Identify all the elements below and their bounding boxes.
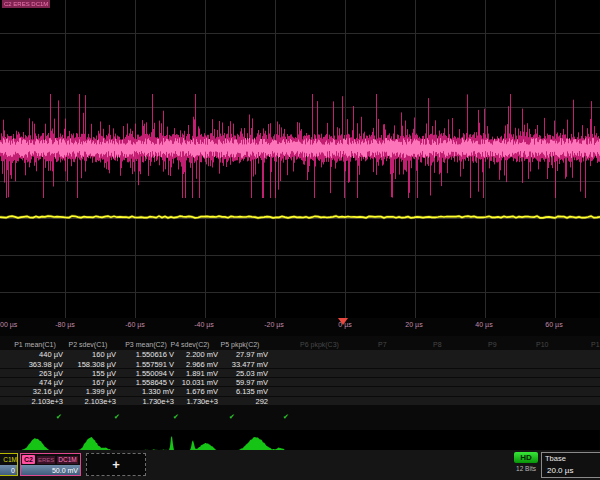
param-header-p2[interactable]: P2 sdev(C1) bbox=[58, 341, 118, 348]
oscilloscope-screen: C2 ERES DC1M 00 µs-80 µs-60 µs-40 µs-20 … bbox=[0, 0, 600, 480]
measurement-table: P1 mean(C1)440 µV363.98 µV263 µV474 µV32… bbox=[0, 336, 600, 430]
timebase-descriptor-box[interactable]: Tbase 20.0 µs bbox=[541, 452, 600, 478]
measure-value-p5-row3: 25.03 mV bbox=[196, 369, 268, 378]
status-check-icon: ✔ bbox=[229, 413, 235, 421]
time-axis-label: -20 µs bbox=[264, 321, 284, 328]
time-axis-label: 40 µs bbox=[475, 321, 492, 328]
c2-channel-badge: C2 bbox=[22, 455, 35, 464]
channel-c1-descriptor-box[interactable]: C1M 0 mV bbox=[0, 453, 18, 476]
tbase-label: Tbase bbox=[545, 454, 566, 463]
c1-descriptor-top: C1M bbox=[0, 454, 17, 465]
measure-value-p5-row5: 6.135 mV bbox=[196, 387, 268, 396]
waveform-traces bbox=[0, 0, 600, 318]
channel-c2-descriptor-box[interactable]: C2 ERES DC1M 50.0 mV bbox=[20, 453, 81, 476]
param-header-p5[interactable]: P5 pkpk(C2) bbox=[210, 341, 270, 348]
param-header-inactive[interactable]: P1 bbox=[591, 341, 600, 348]
waveform-grid[interactable]: C2 ERES DC1M bbox=[0, 0, 600, 318]
status-check-icon: ✔ bbox=[56, 413, 62, 421]
hd-mode-badge[interactable]: HD bbox=[514, 452, 538, 463]
time-axis-label: 60 µs bbox=[545, 321, 562, 328]
c1-flat-trace bbox=[0, 216, 600, 218]
time-axis-label: 00 µs bbox=[0, 321, 17, 328]
measure-value-p5-row6: 292 bbox=[196, 397, 268, 406]
time-axis: 00 µs-80 µs-60 µs-40 µs-20 µs0 µs20 µs40… bbox=[0, 318, 600, 336]
time-axis-label: -80 µs bbox=[55, 321, 75, 328]
measure-value-p5-row4: 59.97 mV bbox=[196, 378, 268, 387]
param-header-p1[interactable]: P1 mean(C1) bbox=[5, 341, 65, 348]
tbase-scale-value: 20.0 µs bbox=[547, 466, 573, 475]
c2-scale-value: 50.0 mV bbox=[21, 465, 80, 476]
param-header-inactive[interactable]: P6 pkpk(C3) bbox=[300, 341, 339, 348]
c1-coupling-label: C1M bbox=[3, 456, 17, 463]
add-trace-button[interactable]: + bbox=[86, 453, 146, 476]
param-header-inactive[interactable]: P9 bbox=[488, 341, 497, 348]
time-axis-label: -60 µs bbox=[125, 321, 145, 328]
c2-eres-filter-label: ERES bbox=[37, 456, 55, 464]
time-axis-label: 0 µs bbox=[338, 321, 351, 328]
param-header-inactive[interactable]: P10 bbox=[536, 341, 548, 348]
hd-bits-label: 12 Bits bbox=[512, 465, 540, 472]
c2-coupling-label: DC1M bbox=[57, 456, 77, 464]
param-header-inactive[interactable]: P8 bbox=[433, 341, 442, 348]
time-axis-label: 20 µs bbox=[405, 321, 422, 328]
bottom-bar: C1M 0 mV C2 ERES DC1M 50.0 mV + HD 12 Bi… bbox=[0, 450, 600, 480]
c2-descriptor-top: C2 ERES DC1M bbox=[21, 454, 80, 465]
param-header-inactive[interactable]: P7 bbox=[378, 341, 387, 348]
c1-scale-value: 0 mV bbox=[0, 465, 17, 476]
status-check-icon: ✔ bbox=[173, 413, 179, 421]
status-check-icon: ✔ bbox=[283, 413, 289, 421]
measure-value-p5-row2: 33.477 mV bbox=[196, 360, 268, 369]
status-check-icon: ✔ bbox=[114, 413, 120, 421]
time-axis-label: -40 µs bbox=[194, 321, 214, 328]
measure-value-p5-row1: 27.97 mV bbox=[196, 350, 268, 359]
